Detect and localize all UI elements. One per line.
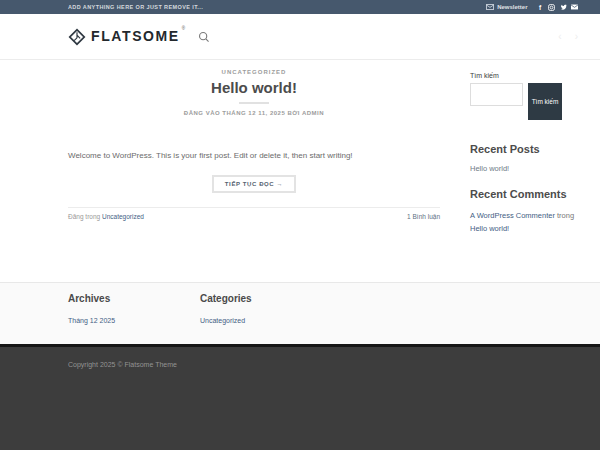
logo-text: FLATSOME xyxy=(91,28,180,45)
footer-archives-widget: Archives Tháng 12 2025 xyxy=(68,293,200,324)
email-icon[interactable] xyxy=(571,4,578,11)
categories-link[interactable]: Uncategorized xyxy=(200,317,332,324)
recent-post-link[interactable]: Hello world! xyxy=(470,164,578,173)
post-category-link[interactable]: Uncategorized xyxy=(102,213,144,220)
instagram-icon[interactable] xyxy=(548,4,555,11)
blog-post: UNCATEGORIZED Hello world! ĐĂNG VÀO THÁN… xyxy=(68,60,440,235)
envelope-icon xyxy=(486,4,494,10)
next-arrow-icon[interactable]: › xyxy=(575,32,578,42)
site-header: FLATSOME ® ‹ › xyxy=(0,14,600,60)
prev-arrow-icon[interactable]: ‹ xyxy=(558,32,561,42)
comment-connector: trong xyxy=(557,211,574,220)
post-excerpt: Welcome to WordPress. This is your first… xyxy=(68,150,440,161)
topbar: ADD ANYTHING HERE OR JUST REMOVE IT... N… xyxy=(0,0,600,14)
comment-post-link[interactable]: Hello world! xyxy=(470,224,509,233)
copyright-text: Copyright 2025 © Flatsome Theme xyxy=(68,361,177,368)
main-content: UNCATEGORIZED Hello world! ĐĂNG VÀO THÁN… xyxy=(0,60,600,282)
comments-count-link[interactable]: 1 Bình luận xyxy=(407,213,440,220)
title-divider xyxy=(239,102,269,104)
sidebar: Tìm kiếm Tìm kiếm Recent Posts Hello wor… xyxy=(470,60,578,235)
posted-in-prefix: Đăng trong xyxy=(68,213,100,220)
post-title[interactable]: Hello world! xyxy=(68,79,440,97)
footer-categories-widget: Categories Uncategorized xyxy=(200,293,332,324)
topbar-message: ADD ANYTHING HERE OR JUST REMOVE IT... xyxy=(68,4,203,10)
facebook-icon[interactable]: f xyxy=(537,4,544,11)
flatsome-diamond-icon xyxy=(68,28,86,46)
footer-absolute: Copyright 2025 © Flatsome Theme xyxy=(0,347,600,450)
archives-link[interactable]: Tháng 12 2025 xyxy=(68,317,200,324)
search-icon[interactable] xyxy=(198,31,210,43)
sidebar-search-button[interactable]: Tìm kiếm xyxy=(528,83,562,120)
categories-title: Categories xyxy=(200,293,332,304)
recent-posts-title: Recent Posts xyxy=(470,143,578,155)
registered-mark: ® xyxy=(182,26,185,31)
recent-comment-item: A WordPress Commenter trong Hello world! xyxy=(470,209,578,235)
footer-widgets: Archives Tháng 12 2025 Categories Uncate… xyxy=(0,282,600,344)
archives-title: Archives xyxy=(68,293,200,304)
posted-in: Đăng trong Uncategorized xyxy=(68,213,144,220)
twitter-icon[interactable] xyxy=(560,4,567,11)
post-meta-footer: Đăng trong Uncategorized 1 Bình luận xyxy=(68,207,440,220)
newsletter-link[interactable]: Newsletter xyxy=(486,4,527,10)
recent-comments-title: Recent Comments xyxy=(470,188,578,200)
site-logo[interactable]: FLATSOME ® xyxy=(68,28,185,46)
comment-author-link[interactable]: A WordPress Commenter xyxy=(470,211,555,220)
post-category-label[interactable]: UNCATEGORIZED xyxy=(68,69,440,75)
sidebar-search-label: Tìm kiếm xyxy=(470,72,578,79)
newsletter-label: Newsletter xyxy=(497,4,527,10)
sidebar-search-input[interactable] xyxy=(470,83,523,106)
post-date-line: ĐĂNG VÀO THÁNG 12 11, 2025 BỞI ADMIN xyxy=(68,110,440,116)
read-more-button[interactable]: TIẾP TỤC ĐỌC → xyxy=(212,175,296,193)
